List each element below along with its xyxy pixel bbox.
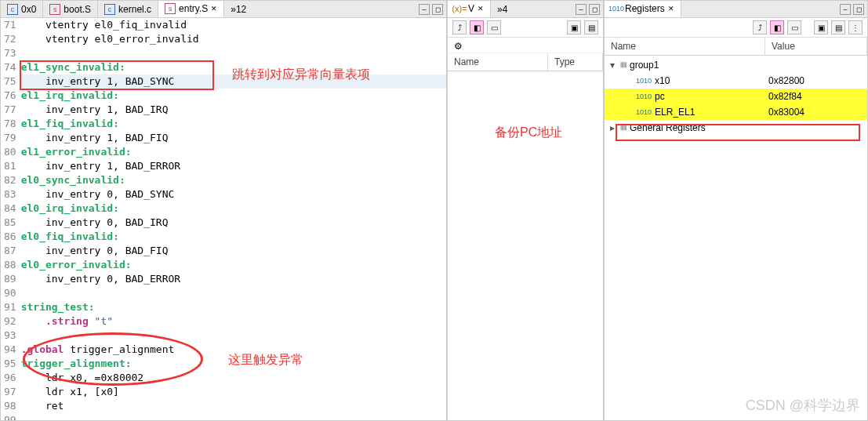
group-row[interactable]: ▾⦀⦀group1 [605, 57, 867, 73]
expander-icon[interactable]: ▾ [608, 60, 617, 71]
maximize-icon[interactable]: ◻ [853, 4, 864, 15]
tab-variables[interactable]: (x)=V ✕ [448, 1, 491, 17]
code-line[interactable] [21, 413, 446, 420]
tab-registers[interactable]: 1010Registers ✕ [605, 1, 681, 17]
code-line[interactable]: ldr x1, [x0] [21, 385, 446, 399]
annotation-text-2: 这里触发异常 [228, 352, 303, 368]
toolbar-btn-5[interactable]: ▤ [831, 20, 845, 34]
maximize-icon[interactable]: ◻ [432, 4, 443, 15]
code-line[interactable]: el1_irq_invalid: [21, 89, 446, 103]
toolbar-btn-2[interactable]: ◧ [470, 20, 484, 34]
vars-tab-overflow[interactable]: »4 [491, 1, 514, 17]
col-value[interactable]: Value [765, 38, 867, 55]
code-line[interactable]: inv_entry 0, BAD_FIQ [21, 244, 446, 258]
minimize-icon[interactable]: – [419, 4, 430, 15]
toolbar-btn-5[interactable]: ▤ [584, 20, 598, 34]
code-line[interactable]: el0_irq_invalid: [21, 201, 446, 216]
code-line[interactable]: inv_entry 1, BAD_IRQ [21, 103, 446, 117]
code-line[interactable]: el0_error_invalid: [21, 258, 446, 272]
code-line[interactable]: inv_entry 0, BAD_IRQ [21, 216, 446, 230]
code-editor[interactable]: 7172737475767778798081828384858687888990… [1, 18, 446, 420]
col-name[interactable]: Name [448, 53, 548, 71]
vars-header: Name Type [448, 53, 603, 71]
toolbar-btn-4[interactable]: ▣ [567, 20, 581, 34]
code-line[interactable]: .string "t" [21, 314, 446, 328]
expander-icon[interactable]: ▸ [608, 122, 617, 133]
tab-boot[interactable]: sboot.S [43, 1, 98, 17]
annotation-text-3: 备份PC地址 [495, 125, 562, 141]
code-line[interactable]: ldr x0, =0x80002 [21, 371, 446, 385]
annotation-text-1: 跳转到对应异常向量表项 [232, 67, 370, 83]
tab-kernel[interactable]: ckernel.c [98, 1, 158, 17]
col-type[interactable]: Type [548, 53, 603, 71]
code-line[interactable]: inv_entry 0, BAD_SYNC [21, 187, 446, 201]
code-line[interactable]: el1_fiq_invalid: [21, 117, 446, 131]
code-line[interactable]: inv_entry 0, BAD_ERROR [21, 272, 446, 286]
regs-tabbar: 1010Registers ✕ – ◻ [605, 1, 867, 18]
regs-tree[interactable]: ▾⦀⦀group1 1010x100x828001010pc0x82f84101… [605, 56, 867, 420]
vars-filter[interactable]: ⚙ [448, 38, 603, 53]
toolbar-btn-1[interactable]: ⤴ [452, 20, 467, 34]
code-line[interactable] [21, 286, 446, 300]
code-line[interactable] [21, 46, 446, 60]
minimize-icon[interactable]: – [840, 4, 851, 15]
toolbar-btn-1[interactable]: ⤴ [753, 20, 767, 34]
code-line[interactable]: string_test: [21, 300, 446, 314]
code-line[interactable]: el1_error_invalid: [21, 145, 446, 159]
maximize-icon[interactable]: ◻ [589, 4, 600, 15]
watermark: CSDN @科学边界 [746, 396, 860, 415]
general-registers-row[interactable]: ▸⦀⦀General Registers [605, 120, 867, 136]
regs-toolbar: ⤴ ◧ ▭ ▣ ▤ ⋮ [605, 18, 867, 38]
code-line[interactable] [21, 328, 446, 343]
code-line[interactable]: inv_entry 1, BAD_ERROR [21, 159, 446, 173]
register-row[interactable]: 1010pc0x82f84 [605, 89, 867, 104]
register-row[interactable]: 1010x100x82800 [605, 73, 867, 89]
toolbar-btn-3[interactable]: ▭ [487, 20, 501, 34]
code-line[interactable]: vtentry el0_error_invalid [21, 32, 446, 46]
code-line[interactable]: el0_sync_invalid: [21, 173, 446, 187]
tab-overflow[interactable]: »12 [224, 1, 252, 17]
tab-entry[interactable]: sentry.S ✕ [158, 1, 224, 17]
code-line[interactable]: vtentry el0_fiq_invalid [21, 18, 446, 32]
regs-header: Name Value [605, 38, 867, 56]
tab-0x0[interactable]: c0x0 [1, 1, 43, 17]
register-row[interactable]: 1010ELR_EL10x83004 [605, 104, 867, 120]
editor-tabbar: c0x0 sboot.S ckernel.c sentry.S ✕ »12 – … [1, 1, 446, 18]
code-line[interactable]: inv_entry 1, BAD_FIQ [21, 131, 446, 145]
toolbar-btn-2[interactable]: ◧ [770, 20, 784, 34]
code-line[interactable]: el0_fiq_invalid: [21, 230, 446, 244]
vars-tabbar: (x)=V ✕ »4 – ◻ [448, 1, 603, 18]
col-name[interactable]: Name [605, 38, 765, 55]
toolbar-btn-3[interactable]: ▭ [787, 20, 801, 34]
code-line[interactable]: ret [21, 399, 446, 413]
vars-toolbar: ⤴ ◧ ▭ ▣ ▤ [448, 18, 603, 38]
vars-tree[interactable] [448, 71, 603, 420]
minimize-icon[interactable]: – [576, 4, 587, 15]
toolbar-btn-6[interactable]: ⋮ [848, 20, 863, 34]
toolbar-btn-4[interactable]: ▣ [814, 20, 828, 34]
